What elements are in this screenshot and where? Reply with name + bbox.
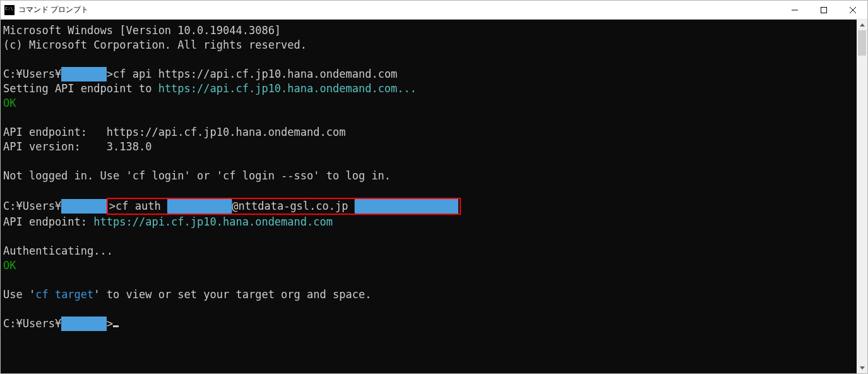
endpoint-url-link: https://api.cf.jp10.hana.ondemand.com... <box>158 82 417 95</box>
redacted-user: ███████ <box>61 317 107 331</box>
prompt-path: C:¥Users¥ <box>3 200 61 212</box>
email-domain: @nttdata-gsl.co.jp <box>232 200 354 212</box>
status-ok: OK <box>3 259 16 272</box>
highlighted-command: >cf auth ██████████@nttdata-gsl.co.jp ██… <box>107 198 461 215</box>
close-button[interactable] <box>838 1 867 19</box>
api-endpoint-value: https://api.cf.jp10.hana.ondemand.com <box>107 126 346 138</box>
chevron-up-icon <box>860 23 865 27</box>
svg-marker-5 <box>860 366 865 370</box>
prompt-path: C:¥Users¥ <box>3 317 61 330</box>
use-text: Use ' <box>3 288 35 301</box>
cf-target-cmd: cf target <box>35 288 93 301</box>
scroll-down-button[interactable] <box>857 363 867 373</box>
redacted-user: ███████ <box>61 67 107 81</box>
chevron-down-icon <box>860 366 865 370</box>
cmd-cf-api: >cf api https://api.cf.jp10.hana.ondeman… <box>107 68 398 80</box>
scroll-up-button[interactable] <box>857 20 867 30</box>
redacted-password: ████████████████ <box>355 199 458 214</box>
endpoint-url-link: https://api.cf.jp10.hana.ondemand.com <box>93 215 333 228</box>
svg-marker-4 <box>860 23 865 27</box>
prompt-path: C:¥Users¥ <box>3 68 61 80</box>
prompt-char: > <box>107 317 113 330</box>
window-title: コマンド プロンプト <box>18 4 780 15</box>
api-endpoint-label: API endpoint: <box>3 215 93 228</box>
status-ok: OK <box>3 97 16 109</box>
redacted-email-user: ██████████ <box>167 199 232 214</box>
line-version: Microsoft Windows [Version 10.0.19044.30… <box>3 24 281 37</box>
cmd-icon <box>4 5 15 15</box>
minimize-button[interactable] <box>780 1 809 19</box>
cmd-window: コマンド プロンプト Microsoft Windows [Version 10… <box>0 0 868 374</box>
window-controls <box>780 1 867 19</box>
line-copyright: (c) Microsoft Corporation. All rights re… <box>3 39 307 51</box>
authenticating-text: Authenticating... <box>3 244 113 257</box>
close-icon <box>850 7 856 13</box>
svg-rect-1 <box>821 7 827 13</box>
terminal-output[interactable]: Microsoft Windows [Version 10.0.19044.30… <box>1 20 857 373</box>
api-endpoint-label: API endpoint: <box>3 126 107 138</box>
client-area: Microsoft Windows [Version 10.0.19044.30… <box>1 20 867 373</box>
not-logged-in: Not logged in. Use 'cf login' or 'cf log… <box>3 169 391 182</box>
use-text-after: ' to view or set your target org and spa… <box>93 288 371 301</box>
vertical-scrollbar[interactable] <box>857 20 867 373</box>
cmd-cf-auth: >cf auth <box>109 200 167 212</box>
maximize-icon <box>821 7 827 13</box>
titlebar[interactable]: コマンド プロンプト <box>1 1 867 20</box>
api-version: API version: 3.138.0 <box>3 140 152 153</box>
scroll-thumb[interactable] <box>858 30 866 56</box>
minimize-icon <box>792 7 798 13</box>
maximize-button[interactable] <box>809 1 838 19</box>
setting-endpoint-text: Setting API endpoint to <box>3 82 158 95</box>
redacted-user: ███████ <box>61 199 107 214</box>
cursor <box>113 325 119 327</box>
